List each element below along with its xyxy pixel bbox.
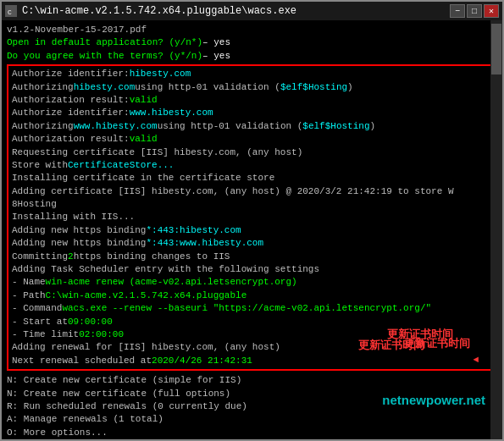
terminal-icon: C (5, 5, 17, 17)
task-name-line: - Name win-acme renew (acme-v02.api.lets… (12, 276, 492, 289)
watermark: netnewpower.net (382, 391, 485, 409)
https-binding-2: Adding new https binding *:443:www.hibes… (12, 237, 492, 250)
requesting-cert-line: Requesting certificate [IIS] hibesty.com… (12, 146, 492, 159)
installing-iis-line: Installing with IIS... (12, 211, 492, 223)
close-button[interactable]: ✕ (484, 4, 499, 18)
auth-line-2: Authorizing hibesty.com using http-01 va… (12, 81, 492, 94)
menu-item-o: O: More options... (7, 427, 497, 439)
committing-line: Committing 2 https binding changes to II… (12, 251, 492, 263)
minimize-button[interactable]: − (450, 4, 465, 18)
main-window: C C:\win-acme.v2.1.5.742.x64.pluggable\w… (0, 0, 504, 441)
menu-item-a: A: Manage renewals (1 total) (7, 413, 497, 426)
task-path-line: - Path C:\win-acme.v2.1.5.742.x64.plugga… (12, 289, 492, 302)
pdf-text: v1.2-November-15-2017.pdf (7, 24, 147, 36)
auth-line-4: Authorize identifier: www.hibesty.com (12, 107, 492, 119)
https-binding-1: Adding new https binding *:443:hibesty.c… (12, 224, 492, 237)
scrollbar[interactable] (490, 20, 502, 439)
arrow-icon: ◄ (473, 354, 479, 367)
auth-line-5: Authorizing www.hibesty.com using http-0… (12, 120, 492, 133)
window-title: C:\win-acme.v2.1.5.742.x64.pluggable\wac… (22, 5, 296, 17)
window-controls: − □ ✕ (450, 4, 499, 18)
open-answer: – yes (202, 36, 230, 49)
pdf-line: v1.2-November-15-2017.pdf (7, 24, 497, 36)
title-bar-left: C C:\win-acme.v2.1.5.742.x64.pluggable\w… (5, 5, 296, 17)
installing-line: Installing certificate in the certificat… (12, 172, 492, 185)
agree-question: Do you agree with the terms? (y*/n) (7, 50, 202, 63)
auth-section: Authorize identifier: hibesty.com Author… (7, 64, 497, 371)
open-application-line: Open in default application? (y/n*) – ye… (7, 36, 497, 49)
auth-line-1: Authorize identifier: hibesty.com (12, 68, 492, 80)
auth-line-6: Authorization result: valid (12, 133, 492, 146)
auth-line-3: Authorization result: valid (12, 94, 492, 107)
console-area: v1.2-November-15-2017.pdf Open in defaul… (2, 20, 502, 439)
annotation-chinese: 更新证书时间 (404, 336, 470, 351)
title-bar: C C:\win-acme.v2.1.5.742.x64.pluggable\w… (2, 2, 502, 20)
adding-cert-line: Adding certificate [IIS] hibesty.com, (a… (12, 185, 492, 198)
agree-answer: – yes (202, 50, 230, 63)
task-command-line: - Command wacs.exe --renew --baseuri "ht… (12, 302, 492, 315)
next-renewal-line: Next renewal scheduled at 2020/4/26 21:4… (12, 355, 492, 367)
svg-text:C: C (8, 8, 12, 15)
task-scheduler-line: Adding Task Scheduler entry with the fol… (12, 263, 492, 276)
store-line: Store with CertificateStore... (12, 159, 492, 172)
agree-terms-line: Do you agree with the terms? (y*/n) – ye… (7, 50, 497, 63)
hosting-line: 8Hosting (12, 198, 492, 211)
open-question: Open in default application? (y/n*) (7, 36, 202, 49)
menu-item-n1: N: Create new certificate (simple for II… (7, 374, 497, 387)
scrollbar-thumb[interactable] (491, 24, 501, 74)
maximize-button[interactable]: □ (467, 4, 482, 18)
